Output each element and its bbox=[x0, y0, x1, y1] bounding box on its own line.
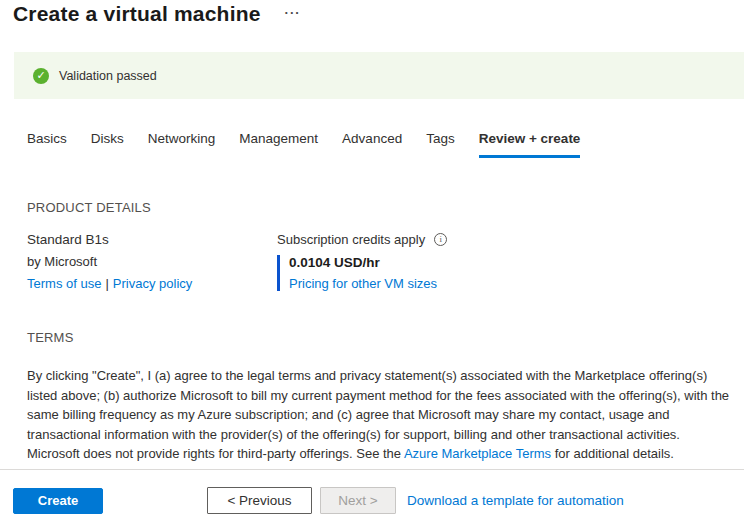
validation-banner: ✓ Validation passed bbox=[14, 52, 744, 99]
ellipsis-icon: ··· bbox=[285, 5, 301, 20]
terms-header: TERMS bbox=[27, 330, 744, 345]
download-template-link[interactable]: Download a template for automation bbox=[407, 493, 624, 508]
tab-management[interactable]: Management bbox=[239, 131, 318, 158]
credits-label: Subscription credits apply bbox=[277, 232, 425, 247]
tab-review-create[interactable]: Review + create bbox=[479, 131, 581, 158]
product-name: Standard B1s bbox=[27, 232, 277, 247]
product-info: Standard B1s by Microsoft Terms of use|P… bbox=[27, 232, 277, 291]
info-icon[interactable]: i bbox=[434, 233, 447, 246]
product-details-section: PRODUCT DETAILS Standard B1s by Microsof… bbox=[0, 200, 744, 291]
tab-networking[interactable]: Networking bbox=[148, 131, 216, 158]
price-value: 0.0104 USD/hr bbox=[289, 255, 447, 270]
validation-message: Validation passed bbox=[59, 69, 157, 83]
footer-bar: Create < Previous Next > Download a temp… bbox=[0, 470, 744, 529]
pricing-link[interactable]: Pricing for other VM sizes bbox=[289, 276, 447, 291]
check-icon: ✓ bbox=[33, 68, 49, 84]
terms-text-end: for additional details. bbox=[551, 446, 674, 461]
more-menu-button[interactable]: ··· bbox=[285, 6, 301, 20]
pricing-info: Subscription credits apply i 0.0104 USD/… bbox=[277, 232, 447, 291]
page-title: Create a virtual machine bbox=[13, 2, 261, 26]
tab-disks[interactable]: Disks bbox=[91, 131, 124, 158]
page-header: Create a virtual machine ··· bbox=[0, 0, 744, 26]
azure-marketplace-terms-link[interactable]: Azure Marketplace Terms bbox=[404, 446, 551, 461]
create-button[interactable]: Create bbox=[13, 488, 103, 514]
product-publisher: by Microsoft bbox=[27, 254, 277, 269]
privacy-policy-link[interactable]: Privacy policy bbox=[113, 276, 192, 291]
next-button[interactable]: Next > bbox=[320, 487, 396, 514]
tab-tags[interactable]: Tags bbox=[426, 131, 455, 158]
price-block: 0.0104 USD/hr Pricing for other VM sizes bbox=[277, 255, 447, 291]
terms-of-use-link[interactable]: Terms of use bbox=[27, 276, 101, 291]
terms-paragraph: By clicking "Create", I (a) agree to the… bbox=[27, 366, 733, 464]
tab-bar: Basics Disks Networking Management Advan… bbox=[0, 131, 744, 158]
terms-section: TERMS By clicking "Create", I (a) agree … bbox=[0, 330, 744, 464]
tab-basics[interactable]: Basics bbox=[27, 131, 67, 158]
tab-advanced[interactable]: Advanced bbox=[342, 131, 402, 158]
product-details-header: PRODUCT DETAILS bbox=[27, 200, 744, 215]
previous-button[interactable]: < Previous bbox=[207, 487, 312, 514]
links-separator: | bbox=[105, 276, 108, 291]
